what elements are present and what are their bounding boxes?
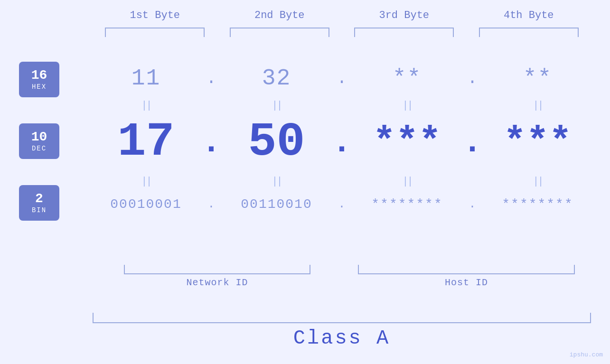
- equals-symbol-2: ||: [272, 100, 281, 112]
- equals-symbol-1: ||: [141, 100, 150, 112]
- bin-dot-3: .: [460, 198, 484, 211]
- eq2-2: ||: [223, 176, 330, 187]
- class-label: Class A: [293, 327, 390, 350]
- bottom-brackets-row: Network ID Host ID: [93, 265, 591, 288]
- host-id-label: Host ID: [445, 277, 488, 288]
- bin-val-1: 00010001: [93, 197, 199, 212]
- hex-val-1: 11: [93, 65, 199, 91]
- network-id-label: Network ID: [186, 277, 248, 288]
- eq2-4: ||: [484, 176, 591, 187]
- class-row: Class A: [93, 313, 591, 350]
- bin-badge-label: BIN: [32, 206, 47, 214]
- bracket-top-1: [105, 28, 205, 37]
- top-bracket-4: [467, 28, 591, 37]
- eq2-1: ||: [93, 176, 199, 187]
- dec-text-1: 17: [117, 119, 174, 166]
- dec-text-4: ***: [503, 123, 572, 161]
- bin-val-4: ********: [484, 197, 591, 212]
- top-bracket-2: [217, 28, 342, 37]
- dec-badge-label: DEC: [32, 145, 47, 152]
- bin-val-2: 00110010: [223, 197, 330, 212]
- equals-symbol-7: ||: [402, 176, 412, 187]
- bracket-top-4: [479, 28, 579, 37]
- eq1-1: ||: [93, 100, 199, 112]
- bracket-top-3: [354, 28, 454, 37]
- hex-badge-number: 16: [31, 68, 47, 83]
- hex-badge-label: HEX: [32, 83, 47, 91]
- network-id-bracket: [124, 265, 311, 274]
- hex-dot-1: .: [199, 69, 223, 88]
- badges-column: 16 HEX 10 DEC 2 BIN: [19, 62, 59, 221]
- hex-badge: 16 HEX: [19, 62, 59, 97]
- eq2-3: ||: [354, 176, 460, 187]
- dec-text-3: ***: [373, 123, 441, 161]
- dec-val-2: 50: [223, 119, 330, 166]
- eq1-4: ||: [484, 100, 591, 112]
- dec-dot-2: .: [330, 124, 354, 161]
- bin-dot-1: .: [199, 198, 223, 211]
- byte-label-4: 4th Byte: [467, 9, 591, 21]
- top-brackets-row: [93, 28, 591, 37]
- byte-label-1: 1st Byte: [93, 9, 217, 21]
- dec-dot-3: .: [460, 124, 484, 161]
- dec-dot-1: .: [199, 124, 223, 161]
- bin-val-3: ********: [354, 197, 460, 212]
- equals-symbol-4: ||: [533, 100, 542, 112]
- dec-val-3: ***: [354, 123, 460, 161]
- equals-symbol-5: ||: [141, 176, 150, 187]
- network-id-bracket-wrapper: Network ID: [93, 265, 342, 288]
- class-bracket: [93, 313, 591, 323]
- bin-badge: 2 BIN: [19, 185, 59, 221]
- hex-text-4: **: [523, 65, 553, 91]
- equals-row-1: || || || ||: [93, 97, 591, 114]
- bin-text-3: ********: [371, 197, 442, 212]
- bin-text-1: 00010001: [110, 197, 181, 212]
- equals-symbol-3: ||: [402, 100, 412, 112]
- eq1-3: ||: [354, 100, 460, 112]
- hex-val-2: 32: [223, 65, 330, 91]
- equals-symbol-8: ||: [533, 176, 542, 187]
- byte-labels-row: 1st Byte 2nd Byte 3rd Byte 4th Byte: [93, 9, 591, 21]
- equals-symbol-6: ||: [272, 176, 281, 187]
- bin-badge-number: 2: [35, 192, 43, 206]
- hex-val-3: **: [354, 65, 460, 91]
- hex-text-2: 32: [262, 65, 291, 91]
- dec-val-1: 17: [93, 119, 199, 166]
- dec-badge-number: 10: [31, 130, 47, 145]
- main-layout: 1st Byte 2nd Byte 3rd Byte 4th Byte 16 H…: [0, 0, 610, 364]
- dec-val-4: ***: [484, 123, 591, 161]
- dec-row: 17 . 50 . *** . ***: [93, 114, 591, 171]
- host-id-bracket: [358, 265, 575, 274]
- hex-text-3: **: [393, 65, 422, 91]
- bin-row: 00010001 . 00110010 . ******** . *******…: [93, 190, 591, 218]
- hex-text-1: 11: [131, 65, 161, 91]
- hex-val-4: **: [484, 65, 591, 91]
- dec-text-2: 50: [248, 119, 305, 166]
- top-bracket-1: [93, 28, 217, 37]
- host-id-bracket-wrapper: Host ID: [342, 265, 591, 288]
- watermark: ipshu.com: [570, 351, 603, 358]
- bin-text-4: ********: [502, 197, 573, 212]
- bin-dot-2: .: [330, 198, 354, 211]
- byte-label-3: 3rd Byte: [342, 9, 467, 21]
- hex-dot-2: .: [330, 69, 354, 88]
- eq1-2: ||: [223, 100, 330, 112]
- top-bracket-3: [342, 28, 467, 37]
- bin-text-2: 00110010: [241, 197, 312, 212]
- bracket-top-2: [230, 28, 329, 37]
- equals-row-2: || || || ||: [93, 173, 591, 190]
- byte-label-2: 2nd Byte: [217, 9, 342, 21]
- hex-row: 11 . 32 . ** . **: [93, 62, 591, 95]
- dec-badge: 10 DEC: [19, 123, 59, 159]
- hex-dot-3: .: [460, 69, 484, 88]
